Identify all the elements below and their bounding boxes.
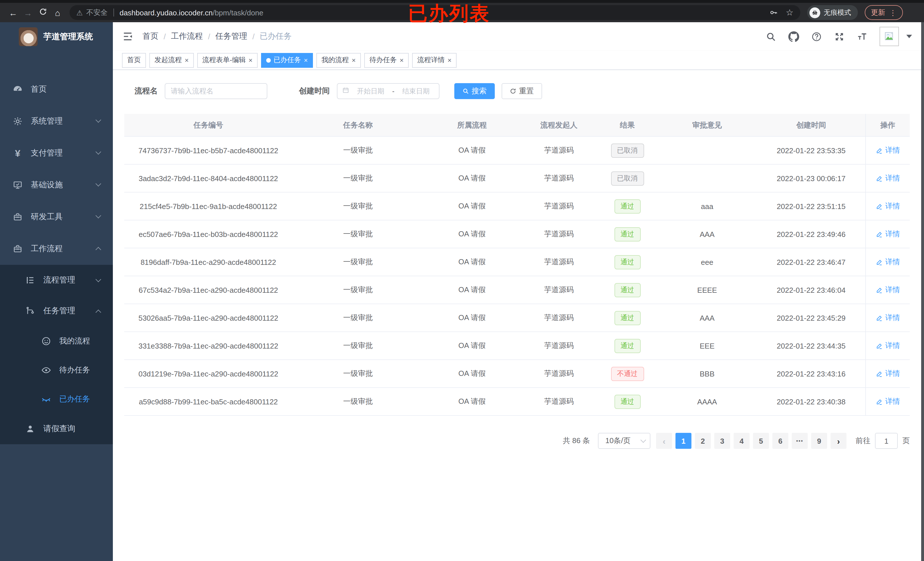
done-task-table: 任务编号 任务名称 所属流程 流程发起人 结果 审批意见 创建时间 操作 747… (124, 114, 910, 416)
chevron-down-icon (96, 149, 101, 155)
process-name: OA 请假 (423, 313, 520, 323)
sidebar-item-infrastructure[interactable]: 基础设施 (0, 169, 113, 201)
page-size-select[interactable]: 10条/页 (598, 433, 650, 449)
detail-link[interactable]: 详情 (876, 145, 900, 156)
avatar[interactable] (879, 27, 899, 46)
sidebar-collapse-icon[interactable] (122, 31, 134, 42)
github-icon[interactable] (788, 31, 799, 42)
browser-menu-icon[interactable]: ⋮ (889, 8, 897, 17)
goto-page-input[interactable] (875, 433, 898, 449)
page-button-6[interactable]: 6 (772, 433, 788, 449)
url-path: /bpm/task/done (213, 8, 263, 17)
page-button-9[interactable]: 9 (811, 433, 827, 449)
sidebar-item-dev-tools[interactable]: 研发工具 (0, 201, 113, 233)
search-button[interactable]: 搜索 (454, 83, 495, 99)
close-icon[interactable]: × (249, 56, 252, 64)
create-time-range-picker[interactable]: 开始日期 - 结束日期 (337, 83, 439, 99)
sidebar-item-label: 工作流程 (31, 244, 63, 254)
password-key-icon[interactable] (769, 8, 778, 17)
task-id: 8196daff-7b9a-11ec-a290-acde48001122 (124, 258, 292, 266)
detail-link[interactable]: 详情 (876, 201, 900, 211)
detail-link[interactable]: 详情 (876, 229, 900, 239)
page-button-5[interactable]: 5 (753, 433, 769, 449)
sidebar-item-process-management[interactable]: 流程管理 (0, 265, 113, 296)
back-icon[interactable]: ← (6, 8, 21, 17)
tab-done-tasks[interactable]: 已办任务 × (261, 53, 313, 67)
task-id: ec507ae6-7b9a-11ec-b03b-acde48001122 (124, 230, 292, 238)
comment: EEEE (657, 286, 757, 294)
next-page-button[interactable]: › (831, 433, 846, 449)
table-row: 3adac3d2-7b9d-11ec-8404-acde48001122 一级审… (124, 165, 910, 193)
process-name-label: 流程名 (135, 86, 158, 96)
col-actions: 操作 (865, 114, 910, 136)
task-name: 一级审批 (292, 368, 423, 379)
page-button-4[interactable]: 4 (734, 433, 750, 449)
sidebar-item-label: 任务管理 (44, 306, 75, 316)
forward-icon[interactable]: → (21, 8, 35, 17)
task-id: 215cf4e5-7b9b-11ec-9a1b-acde48001122 (124, 202, 292, 211)
detail-link[interactable]: 详情 (876, 368, 900, 379)
scrollbar[interactable] (921, 22, 924, 561)
tab-home[interactable]: 首页 (122, 53, 146, 67)
flow-icon (25, 306, 35, 316)
comment: AAA (657, 230, 757, 238)
breadcrumb-workflow[interactable]: 工作流程 (171, 31, 203, 42)
breadcrumb-task-management[interactable]: 任务管理 (216, 31, 248, 42)
page-unit-label: 页 (902, 436, 910, 446)
detail-link[interactable]: 详情 (876, 257, 900, 267)
sidebar-item-task-management[interactable]: 任务管理 (0, 296, 113, 326)
prev-page-button[interactable]: ‹ (656, 433, 672, 449)
process-name-input[interactable] (165, 83, 267, 99)
result-badge: 通过 (614, 339, 640, 353)
breadcrumb-separator: / (252, 32, 255, 41)
comment: AAA (657, 314, 757, 322)
sidebar-item-payment[interactable]: ¥ 支付管理 (0, 137, 113, 169)
active-tab-dot (266, 58, 271, 62)
tab-start-process[interactable]: 发起流程 × (149, 53, 194, 67)
detail-link[interactable]: 详情 (876, 341, 900, 351)
sidebar-item-home[interactable]: 首页 (0, 73, 113, 105)
sidebar-item-leave-query[interactable]: 请假查询 (0, 413, 113, 444)
home-icon[interactable]: ⌂ (50, 8, 65, 17)
app-window: 芋道管理系统 首页 系统管理 ¥ 支付管 (0, 22, 924, 561)
browser-update-button[interactable]: 更新 ⋮ (865, 5, 903, 20)
detail-link[interactable]: 详情 (876, 396, 900, 407)
font-size-icon[interactable] (857, 31, 868, 42)
sidebar-menu: 首页 系统管理 ¥ 支付管理 (0, 73, 113, 444)
close-icon[interactable]: × (304, 56, 308, 64)
bookmark-star-icon[interactable]: ☆ (786, 7, 794, 18)
reset-button[interactable]: 重置 (501, 83, 542, 99)
tab-my-process[interactable]: 我的流程 × (316, 53, 361, 67)
breadcrumb-home[interactable]: 首页 (142, 31, 159, 42)
avatar-dropdown-caret-icon[interactable] (906, 35, 912, 38)
sidebar-item-todo-tasks[interactable]: 待办任务 (0, 355, 113, 384)
table-row: 215cf4e5-7b9b-11ec-9a1b-acde48001122 一级审… (124, 193, 910, 220)
reload-icon[interactable] (35, 7, 50, 18)
sidebar-item-label: 基础设施 (31, 180, 63, 190)
tab-process-detail[interactable]: 流程详情 × (412, 53, 457, 67)
col-task-name: 任务名称 (292, 120, 423, 130)
close-icon[interactable]: × (184, 56, 189, 64)
sidebar-item-done-tasks[interactable]: 已办任务 (0, 384, 113, 413)
detail-link[interactable]: 详情 (876, 285, 900, 295)
search-icon[interactable] (765, 31, 776, 42)
close-icon[interactable]: × (400, 56, 404, 64)
tab-process-form-edit[interactable]: 流程表单-编辑 × (197, 53, 258, 67)
fullscreen-icon[interactable] (834, 31, 845, 42)
detail-link[interactable]: 详情 (876, 173, 900, 183)
page-button-2[interactable]: 2 (695, 433, 711, 449)
page-button-3[interactable]: 3 (714, 433, 730, 449)
close-icon[interactable]: × (447, 56, 452, 64)
sidebar-item-workflow[interactable]: 工作流程 (0, 233, 113, 265)
close-icon[interactable]: × (352, 56, 356, 64)
help-icon[interactable] (811, 31, 822, 42)
detail-link[interactable]: 详情 (876, 313, 900, 323)
result-badge: 通过 (614, 199, 640, 213)
edit-icon (876, 286, 883, 293)
page-button-1[interactable]: 1 (675, 433, 692, 449)
more-pages-button[interactable]: ••• (792, 433, 808, 449)
app-logo-row[interactable]: 芋道管理系统 (0, 22, 113, 51)
sidebar-item-system[interactable]: 系统管理 (0, 105, 113, 137)
tab-todo-tasks[interactable]: 待办任务 × (364, 53, 409, 67)
sidebar-item-my-process[interactable]: 我的流程 (0, 326, 113, 355)
